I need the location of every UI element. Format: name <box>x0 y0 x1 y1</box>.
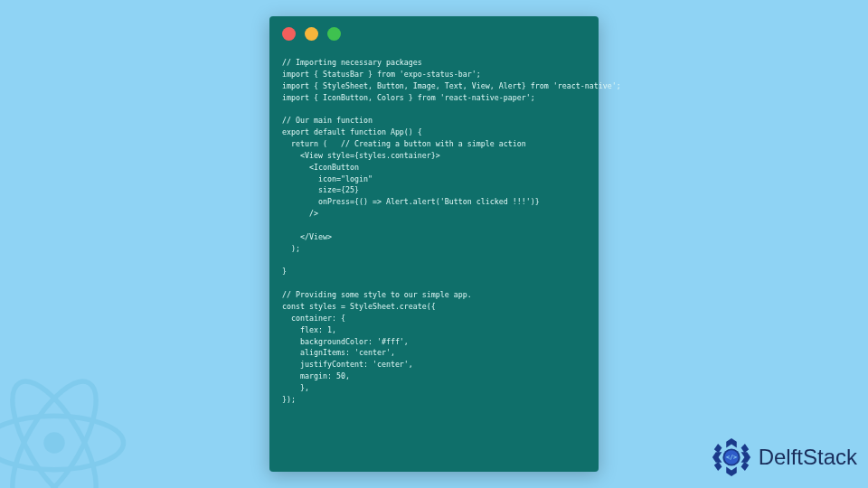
maximize-icon[interactable] <box>327 27 341 41</box>
svg-text:</>: </> <box>726 454 737 461</box>
react-logo-svg <box>0 361 136 488</box>
code-block: // Importing necessary packages import {… <box>282 57 586 406</box>
delftstack-icon: </> <box>710 436 753 479</box>
brand-logo: </> DelftStack <box>710 436 857 479</box>
svg-point-3 <box>43 432 64 453</box>
brand-name: DelftStack <box>759 445 857 470</box>
react-watermark-icon <box>0 361 136 488</box>
minimize-icon[interactable] <box>305 27 318 41</box>
code-window: // Importing necessary packages import {… <box>269 16 599 472</box>
traffic-lights <box>282 27 586 41</box>
close-icon[interactable] <box>282 27 296 41</box>
